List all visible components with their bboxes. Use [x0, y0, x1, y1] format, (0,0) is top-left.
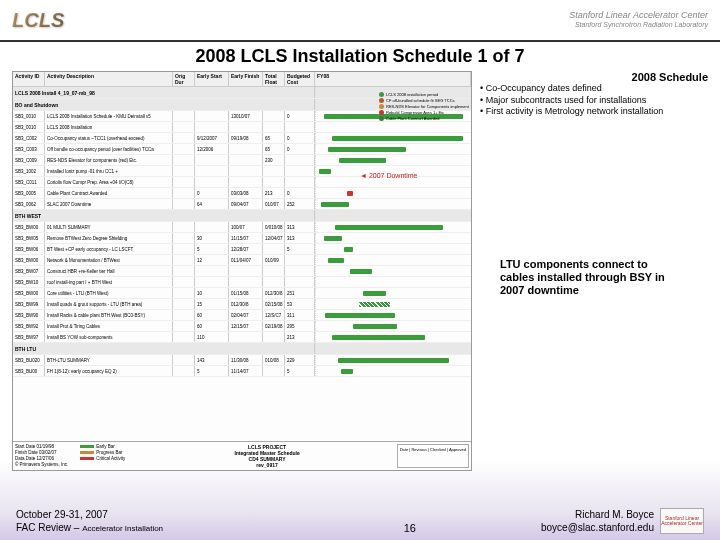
section-row: BTH WEST	[13, 210, 471, 222]
col-tf: Total Float	[263, 72, 285, 86]
chart-body: LCLS 2008 Install 4_19_07-mb_98BO and Sh…	[13, 87, 471, 377]
slide-footer: October 29-31, 2007 FAC Review – Acceler…	[0, 508, 720, 534]
gantt-chart: Activity ID Activity Description Orig Du…	[12, 71, 472, 471]
finish-date: 03/02/07	[39, 450, 57, 455]
data-date: 12/27/06	[37, 456, 55, 461]
table-row: SB3_0010 LCLS 2008 Installation	[13, 122, 471, 133]
header-bar: LCLS Stanford Linear Accelerator Center …	[0, 0, 720, 42]
callout-2007-downtime: ◄ 2007 Downtime	[360, 172, 418, 179]
table-row: SB3_BW97 Install BS YOW sub-components 1…	[13, 332, 471, 343]
table-row: SB3_BW99 Install quads & grout supports …	[13, 299, 471, 310]
page-number: 16	[279, 522, 542, 534]
col-id: Activity ID	[13, 72, 45, 86]
legend-item: Critical Activity	[80, 456, 125, 461]
table-row: SB3_BW90 Install Racks & cable plant BTH…	[13, 310, 471, 321]
org-line1: Stanford Linear Accelerator Center	[569, 10, 708, 21]
slide-title: 2008 LCLS Installation Schedule 1 of 7	[0, 46, 720, 67]
table-row: SB3_BW06 BT West +CP early occupancy - L…	[13, 244, 471, 255]
table-row: SB3_C002 Co-Occupancy status ~TCC1 (over…	[13, 133, 471, 144]
legend-item: Cable Plant Contract Awarded	[379, 116, 469, 121]
chart-footer: Start Date 01/19/98 Finish Date 03/02/07…	[13, 441, 471, 470]
finish-date-label: Finish Date	[15, 450, 38, 455]
anno-bullet: • First activity is Metrology network in…	[480, 106, 708, 118]
col-bc: Budgeted Cost	[285, 72, 315, 86]
table-row: SB3_BW92 Install Prot & Tiring Cables 60…	[13, 321, 471, 332]
table-row: SB3_0062 SLAC 2007 Downtime 64 09/04/07 …	[13, 199, 471, 210]
footer-dates: Start Date 01/19/98 Finish Date 03/02/07…	[15, 444, 68, 468]
col-ef: Early Finish	[229, 72, 263, 86]
org-line2: Stanford Synchrotron Radiation Laborator…	[569, 21, 708, 29]
footer-right: Richard M. Boyce boyce@slac.stanford.edu…	[541, 508, 704, 534]
gantt-legend-right: LCLS 2008 installation periodCF off-bund…	[379, 92, 469, 122]
approval-block: Date | Revision | Checked | Approved	[397, 444, 469, 468]
slac-logo-icon: Stanford Linear Accelerator Center	[660, 508, 704, 534]
legend-item: Progress Bar	[80, 450, 125, 455]
table-row: SB3_0005 Cable Plant Contract Awarded 0 …	[13, 188, 471, 199]
footer-review: FAC Review – Accelerator Installation	[16, 521, 279, 534]
footer-left: October 29-31, 2007 FAC Review – Acceler…	[16, 508, 279, 534]
anno-bullet: • Major subcontracts used for installati…	[480, 95, 708, 107]
legend-item: CF off-bundled schedule fit SEG TCCs	[379, 98, 469, 103]
project-title: LCLS PROJECT Integrated Master Schedule …	[137, 444, 396, 468]
anno-bullet: • Co-Occupancy dates defined	[480, 83, 708, 95]
author-name: Richard M. Boyce	[541, 508, 654, 521]
legend-item: LCLS 2008 installation period	[379, 92, 469, 97]
anno-list: • Co-Occupancy dates defined• Major subc…	[480, 83, 708, 118]
footer-author: Richard M. Boyce boyce@slac.stanford.edu	[541, 508, 654, 534]
table-row: SB3_C003 Off bundle co-occupancy period …	[13, 144, 471, 155]
anno-title: 2008 Schedule	[480, 71, 708, 83]
lcls-logo: LCLS	[12, 9, 64, 32]
content: Activity ID Activity Description Orig Du…	[0, 67, 720, 475]
legend-item: Early Bar	[80, 444, 125, 449]
copyright: © Primavera Systems, Inc.	[15, 462, 68, 467]
table-row: SB3_BW07 Construct HBR +re-Keller tier H…	[13, 266, 471, 277]
start-date: 01/19/98	[37, 444, 55, 449]
footer-date: October 29-31, 2007	[16, 508, 279, 521]
table-row: SB3_BW00 01 MULTI SUMMARY 100/07 0/010/0…	[13, 222, 471, 233]
table-row: SB3_C009 RES-NDS Elevator for components…	[13, 155, 471, 166]
section-row: BTH LTU	[13, 343, 471, 355]
table-row: SB3_BU020 BTH-LTU SUMMARY 143 11/30/08 0…	[13, 355, 471, 366]
header-org: Stanford Linear Accelerator Center Stanf…	[569, 10, 708, 29]
start-date-label: Start Date	[15, 444, 35, 449]
legend-item: RES-NDS Elevator for Components implemen…	[379, 104, 469, 109]
author-email: boyce@slac.stanford.edu	[541, 521, 654, 534]
table-row: SB3_BW05 Remove BTWest Zero Degree Shiel…	[13, 233, 471, 244]
table-row: SB3_BW00 Network & Monumentation / BTWes…	[13, 255, 471, 266]
annotations: 2008 Schedule • Co-Occupancy dates defin…	[480, 71, 708, 471]
chart-header: Activity ID Activity Description Orig Du…	[13, 72, 471, 87]
table-row: SB3_BW10 roof install-ing part I + BTH W…	[13, 277, 471, 288]
footer-legend: Early BarProgress BarCritical Activity	[80, 444, 125, 468]
legend-item: Rebuild Compressor Area 1+ Etc	[379, 110, 469, 115]
col-od: Orig Dur	[173, 72, 195, 86]
data-date-label: Data Date	[15, 456, 35, 461]
col-desc: Activity Description	[45, 72, 173, 86]
anno-schedule: 2008 Schedule • Co-Occupancy dates defin…	[480, 71, 708, 118]
col-gantt: FY08	[315, 72, 471, 86]
table-row: SB3_BU00 FH 1(8-12): early occupancy EQ …	[13, 366, 471, 377]
slide: LCLS Stanford Linear Accelerator Center …	[0, 0, 720, 540]
col-es: Early Start	[195, 72, 229, 86]
anno-ltu: LTU components connect to cables install…	[500, 258, 670, 298]
table-row: SB3_BW00 Core utilities - LTU (BTH West)…	[13, 288, 471, 299]
